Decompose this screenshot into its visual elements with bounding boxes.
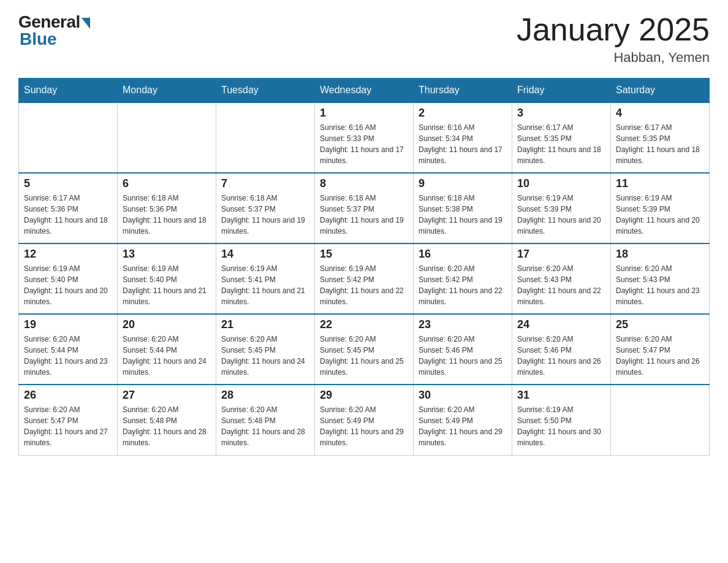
cell-day-number: 29 bbox=[320, 389, 408, 402]
cell-info: Sunrise: 6:20 AMSunset: 5:43 PMDaylight:… bbox=[616, 263, 704, 307]
cell-day-number: 17 bbox=[517, 248, 605, 261]
calendar-cell: 9Sunrise: 6:18 AMSunset: 5:38 PMDaylight… bbox=[414, 173, 512, 243]
cell-info: Sunrise: 6:20 AMSunset: 5:46 PMDaylight:… bbox=[419, 334, 507, 378]
calendar-cell: 11Sunrise: 6:19 AMSunset: 5:39 PMDayligh… bbox=[611, 173, 710, 243]
page-header: General Blue January 2025 Habban, Yemen bbox=[18, 12, 710, 66]
calendar-cell: 22Sunrise: 6:20 AMSunset: 5:45 PMDayligh… bbox=[315, 314, 414, 385]
cell-day-number: 1 bbox=[320, 107, 408, 120]
calendar-cell: 16Sunrise: 6:20 AMSunset: 5:42 PMDayligh… bbox=[414, 243, 512, 314]
calendar-cell: 2Sunrise: 6:16 AMSunset: 5:34 PMDaylight… bbox=[414, 102, 512, 173]
calendar-table: SundayMondayTuesdayWednesdayThursdayFrid… bbox=[18, 78, 710, 456]
calendar-cell: 27Sunrise: 6:20 AMSunset: 5:48 PMDayligh… bbox=[118, 385, 216, 455]
cell-info: Sunrise: 6:17 AMSunset: 5:35 PMDaylight:… bbox=[517, 122, 605, 166]
weekday-header-friday: Friday bbox=[512, 79, 611, 103]
cell-info: Sunrise: 6:17 AMSunset: 5:35 PMDaylight:… bbox=[616, 122, 704, 166]
cell-day-number: 15 bbox=[320, 248, 408, 261]
location-title: Habban, Yemen bbox=[517, 50, 710, 66]
cell-day-number: 31 bbox=[517, 389, 605, 402]
cell-info: Sunrise: 6:19 AMSunset: 5:50 PMDaylight:… bbox=[517, 404, 605, 448]
weekday-header-thursday: Thursday bbox=[414, 79, 512, 103]
cell-day-number: 24 bbox=[517, 318, 605, 331]
cell-info: Sunrise: 6:20 AMSunset: 5:46 PMDaylight:… bbox=[517, 334, 605, 378]
logo-arrow-icon bbox=[82, 18, 90, 29]
calendar-cell: 8Sunrise: 6:18 AMSunset: 5:37 PMDaylight… bbox=[315, 173, 414, 243]
cell-info: Sunrise: 6:19 AMSunset: 5:40 PMDaylight:… bbox=[123, 263, 211, 307]
cell-info: Sunrise: 6:20 AMSunset: 5:42 PMDaylight:… bbox=[419, 263, 507, 307]
cell-info: Sunrise: 6:19 AMSunset: 5:39 PMDaylight:… bbox=[616, 193, 704, 237]
cell-day-number: 2 bbox=[419, 107, 507, 120]
weekday-header-monday: Monday bbox=[118, 79, 216, 103]
calendar-cell: 12Sunrise: 6:19 AMSunset: 5:40 PMDayligh… bbox=[19, 243, 118, 314]
calendar-cell: 20Sunrise: 6:20 AMSunset: 5:44 PMDayligh… bbox=[118, 314, 216, 385]
calendar-cell: 25Sunrise: 6:20 AMSunset: 5:47 PMDayligh… bbox=[611, 314, 710, 385]
cell-info: Sunrise: 6:18 AMSunset: 5:37 PMDaylight:… bbox=[221, 193, 309, 237]
cell-day-number: 12 bbox=[24, 248, 112, 261]
cell-info: Sunrise: 6:20 AMSunset: 5:48 PMDaylight:… bbox=[221, 404, 309, 448]
calendar-cell: 24Sunrise: 6:20 AMSunset: 5:46 PMDayligh… bbox=[512, 314, 611, 385]
calendar-cell: 18Sunrise: 6:20 AMSunset: 5:43 PMDayligh… bbox=[611, 243, 710, 314]
cell-info: Sunrise: 6:19 AMSunset: 5:39 PMDaylight:… bbox=[517, 193, 605, 237]
cell-day-number: 3 bbox=[517, 107, 605, 120]
cell-day-number: 14 bbox=[221, 248, 309, 261]
week-row-1: 1Sunrise: 6:16 AMSunset: 5:33 PMDaylight… bbox=[19, 102, 710, 173]
calendar-cell: 15Sunrise: 6:19 AMSunset: 5:42 PMDayligh… bbox=[315, 243, 414, 314]
logo: General Blue bbox=[18, 12, 90, 49]
month-title: January 2025 bbox=[517, 12, 710, 47]
cell-day-number: 16 bbox=[419, 248, 507, 261]
cell-info: Sunrise: 6:20 AMSunset: 5:49 PMDaylight:… bbox=[419, 404, 507, 448]
weekday-header-saturday: Saturday bbox=[611, 79, 710, 103]
calendar-cell bbox=[611, 385, 710, 455]
cell-day-number: 5 bbox=[24, 177, 112, 190]
cell-day-number: 18 bbox=[616, 248, 704, 261]
cell-day-number: 10 bbox=[517, 177, 605, 190]
cell-day-number: 13 bbox=[123, 248, 211, 261]
calendar-cell bbox=[216, 102, 315, 173]
cell-day-number: 23 bbox=[419, 318, 507, 331]
calendar-cell: 21Sunrise: 6:20 AMSunset: 5:45 PMDayligh… bbox=[216, 314, 315, 385]
calendar-header-row: SundayMondayTuesdayWednesdayThursdayFrid… bbox=[19, 79, 710, 103]
calendar-cell: 5Sunrise: 6:17 AMSunset: 5:36 PMDaylight… bbox=[19, 173, 118, 243]
cell-day-number: 22 bbox=[320, 318, 408, 331]
calendar-cell: 30Sunrise: 6:20 AMSunset: 5:49 PMDayligh… bbox=[414, 385, 512, 455]
cell-info: Sunrise: 6:19 AMSunset: 5:40 PMDaylight:… bbox=[24, 263, 112, 307]
weekday-header-wednesday: Wednesday bbox=[315, 79, 414, 103]
cell-info: Sunrise: 6:19 AMSunset: 5:42 PMDaylight:… bbox=[320, 263, 408, 307]
cell-day-number: 9 bbox=[419, 177, 507, 190]
cell-day-number: 20 bbox=[123, 318, 211, 331]
cell-day-number: 6 bbox=[123, 177, 211, 190]
cell-day-number: 19 bbox=[24, 318, 112, 331]
cell-info: Sunrise: 6:19 AMSunset: 5:41 PMDaylight:… bbox=[221, 263, 309, 307]
week-row-4: 19Sunrise: 6:20 AMSunset: 5:44 PMDayligh… bbox=[19, 314, 710, 385]
calendar-cell: 7Sunrise: 6:18 AMSunset: 5:37 PMDaylight… bbox=[216, 173, 315, 243]
cell-info: Sunrise: 6:20 AMSunset: 5:44 PMDaylight:… bbox=[123, 334, 211, 378]
cell-info: Sunrise: 6:18 AMSunset: 5:38 PMDaylight:… bbox=[419, 193, 507, 237]
calendar-cell: 1Sunrise: 6:16 AMSunset: 5:33 PMDaylight… bbox=[315, 102, 414, 173]
calendar-cell: 13Sunrise: 6:19 AMSunset: 5:40 PMDayligh… bbox=[118, 243, 216, 314]
calendar-cell: 23Sunrise: 6:20 AMSunset: 5:46 PMDayligh… bbox=[414, 314, 512, 385]
logo-blue-text: Blue bbox=[20, 29, 57, 49]
cell-day-number: 25 bbox=[616, 318, 704, 331]
calendar-cell bbox=[118, 102, 216, 173]
cell-info: Sunrise: 6:16 AMSunset: 5:33 PMDaylight:… bbox=[320, 122, 408, 166]
cell-info: Sunrise: 6:20 AMSunset: 5:48 PMDaylight:… bbox=[123, 404, 211, 448]
weekday-header-tuesday: Tuesday bbox=[216, 79, 315, 103]
calendar-cell: 3Sunrise: 6:17 AMSunset: 5:35 PMDaylight… bbox=[512, 102, 611, 173]
cell-info: Sunrise: 6:20 AMSunset: 5:44 PMDaylight:… bbox=[24, 334, 112, 378]
cell-info: Sunrise: 6:20 AMSunset: 5:47 PMDaylight:… bbox=[616, 334, 704, 378]
weekday-header-sunday: Sunday bbox=[19, 79, 118, 103]
calendar-cell: 14Sunrise: 6:19 AMSunset: 5:41 PMDayligh… bbox=[216, 243, 315, 314]
cell-day-number: 27 bbox=[123, 389, 211, 402]
calendar-cell: 4Sunrise: 6:17 AMSunset: 5:35 PMDaylight… bbox=[611, 102, 710, 173]
calendar-cell: 28Sunrise: 6:20 AMSunset: 5:48 PMDayligh… bbox=[216, 385, 315, 455]
cell-day-number: 7 bbox=[221, 177, 309, 190]
cell-info: Sunrise: 6:16 AMSunset: 5:34 PMDaylight:… bbox=[419, 122, 507, 166]
calendar-cell: 31Sunrise: 6:19 AMSunset: 5:50 PMDayligh… bbox=[512, 385, 611, 455]
week-row-3: 12Sunrise: 6:19 AMSunset: 5:40 PMDayligh… bbox=[19, 243, 710, 314]
cell-day-number: 30 bbox=[419, 389, 507, 402]
cell-info: Sunrise: 6:18 AMSunset: 5:37 PMDaylight:… bbox=[320, 193, 408, 237]
week-row-2: 5Sunrise: 6:17 AMSunset: 5:36 PMDaylight… bbox=[19, 173, 710, 243]
calendar-cell: 6Sunrise: 6:18 AMSunset: 5:36 PMDaylight… bbox=[118, 173, 216, 243]
calendar-cell: 17Sunrise: 6:20 AMSunset: 5:43 PMDayligh… bbox=[512, 243, 611, 314]
cell-info: Sunrise: 6:20 AMSunset: 5:45 PMDaylight:… bbox=[320, 334, 408, 378]
cell-info: Sunrise: 6:20 AMSunset: 5:49 PMDaylight:… bbox=[320, 404, 408, 448]
